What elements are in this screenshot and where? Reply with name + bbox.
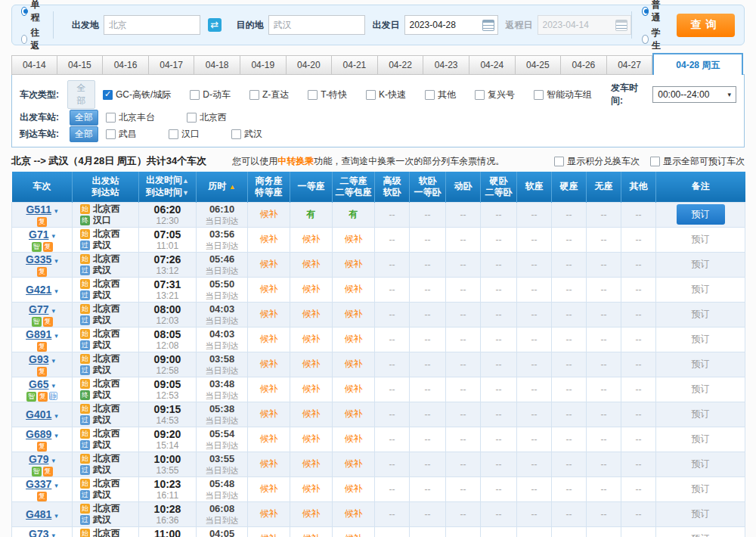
seat-status[interactable]: 候补 bbox=[260, 458, 278, 469]
seat-status[interactable]: 候补 bbox=[302, 359, 321, 369]
seat-status[interactable]: 候补 bbox=[260, 359, 278, 369]
train-number-link[interactable]: G401 bbox=[26, 408, 51, 421]
filter-checkbox-北京西[interactable]: 北京西 bbox=[187, 111, 227, 124]
seat-status[interactable]: 候补 bbox=[302, 309, 321, 319]
seat-status[interactable]: 候补 bbox=[345, 234, 363, 244]
seat-status[interactable]: 候补 bbox=[345, 533, 363, 537]
expand-train-icon[interactable]: ▾ bbox=[54, 432, 58, 439]
seat-status[interactable]: 候补 bbox=[345, 483, 363, 494]
filter-checkbox-D-动车[interactable]: D-动车 bbox=[190, 88, 231, 101]
filter-checkbox-汉口[interactable]: 汉口 bbox=[169, 128, 200, 141]
date-tab-04-23[interactable]: 04-23 bbox=[423, 55, 469, 75]
date-tab-04-20[interactable]: 04-20 bbox=[287, 55, 333, 75]
seat-status[interactable]: 候补 bbox=[302, 433, 321, 444]
train-number-link[interactable]: G337 bbox=[26, 478, 51, 490]
arrive-station-all-button[interactable]: 全部 bbox=[70, 126, 98, 142]
train-number-link[interactable]: G481 bbox=[26, 508, 51, 520]
filter-checkbox-GC-高铁/城际[interactable]: GC-高铁/城际 bbox=[103, 88, 171, 101]
expand-train-icon[interactable]: ▾ bbox=[54, 512, 58, 520]
from-input[interactable] bbox=[104, 15, 200, 35]
date-tab-04-21[interactable]: 04-21 bbox=[332, 55, 378, 75]
expand-train-icon[interactable]: ▾ bbox=[51, 532, 55, 537]
seat-status[interactable]: 候补 bbox=[260, 483, 278, 494]
expand-train-icon[interactable]: ▾ bbox=[54, 482, 58, 489]
filter-checkbox-其他[interactable]: 其他 bbox=[425, 88, 456, 101]
seat-status[interactable]: 候补 bbox=[345, 259, 363, 269]
seat-status[interactable]: 候补 bbox=[302, 259, 321, 269]
date-tab-04-14[interactable]: 04-14 bbox=[11, 55, 57, 75]
filter-checkbox-T-特快[interactable]: T-特快 bbox=[308, 88, 347, 101]
round-trip-radio[interactable]: 往返 bbox=[21, 26, 42, 52]
date-tab-04-25[interactable]: 04-25 bbox=[516, 55, 562, 75]
student-passenger-radio[interactable]: 学生 bbox=[642, 26, 663, 52]
train-number-link[interactable]: G511 bbox=[26, 203, 51, 216]
seat-status[interactable]: 候补 bbox=[302, 483, 321, 494]
expand-train-icon[interactable]: ▾ bbox=[54, 412, 58, 420]
train-number-link[interactable]: G689 bbox=[26, 428, 51, 440]
seat-status[interactable]: 候补 bbox=[260, 209, 278, 219]
train-number-link[interactable]: G79 bbox=[29, 453, 48, 465]
seat-status[interactable]: 候补 bbox=[345, 359, 363, 369]
expand-train-icon[interactable]: ▾ bbox=[54, 257, 58, 265]
seat-status[interactable]: 候补 bbox=[345, 334, 363, 344]
expand-train-icon[interactable]: ▾ bbox=[51, 457, 55, 464]
depart-time-select[interactable]: 00:00--24:00 ▾ bbox=[652, 86, 736, 103]
date-tab-04-19[interactable]: 04-19 bbox=[240, 55, 287, 75]
seat-status[interactable]: 候补 bbox=[302, 533, 321, 537]
seat-status[interactable]: 候补 bbox=[260, 334, 278, 344]
query-button[interactable]: 查询 bbox=[677, 14, 735, 37]
filter-checkbox-北京丰台[interactable]: 北京丰台 bbox=[106, 111, 155, 124]
show-points-trains-checkbox[interactable]: 显示积分兑换车次 bbox=[554, 155, 640, 168]
column-header-历时[interactable]: 历时 ▲ bbox=[197, 172, 248, 202]
date-tab-04-24[interactable]: 04-24 bbox=[469, 55, 516, 75]
date-tab-04-18[interactable]: 04-18 bbox=[194, 55, 240, 75]
depart-station-all-button[interactable]: 全部 bbox=[70, 110, 98, 126]
train-number-link[interactable]: G335 bbox=[26, 253, 51, 265]
calendar-icon[interactable] bbox=[482, 20, 494, 31]
filter-checkbox-复兴号[interactable]: 复兴号 bbox=[475, 88, 515, 101]
seat-status[interactable]: 候补 bbox=[345, 284, 363, 294]
column-header-出发时间[interactable]: 出发时间▲到达时间▼ bbox=[139, 172, 197, 202]
filter-checkbox-智能动车组[interactable]: 智能动车组 bbox=[534, 88, 592, 101]
expand-train-icon[interactable]: ▾ bbox=[54, 287, 58, 295]
expand-train-icon[interactable]: ▾ bbox=[51, 232, 55, 240]
expand-train-icon[interactable]: ▾ bbox=[51, 357, 55, 365]
book-button[interactable]: 预订 bbox=[677, 204, 725, 225]
seat-status[interactable]: 候补 bbox=[260, 234, 278, 244]
train-number-link[interactable]: G77 bbox=[29, 303, 48, 315]
seat-status[interactable]: 候补 bbox=[302, 234, 321, 244]
train-number-link[interactable]: G421 bbox=[26, 284, 51, 296]
seat-status[interactable]: 候补 bbox=[260, 433, 278, 444]
expand-train-icon[interactable]: ▾ bbox=[51, 382, 55, 390]
seat-status[interactable]: 候补 bbox=[345, 383, 363, 394]
seat-status[interactable]: 候补 bbox=[302, 508, 321, 519]
date-tab-04-16[interactable]: 04-16 bbox=[103, 55, 149, 75]
filter-checkbox-武昌[interactable]: 武昌 bbox=[106, 128, 137, 141]
to-input[interactable] bbox=[268, 15, 365, 35]
filter-checkbox-武汉[interactable]: 武汉 bbox=[231, 128, 262, 141]
one-way-radio[interactable]: 单程 bbox=[21, 0, 42, 24]
transfer-link[interactable]: 中转换乘 bbox=[277, 156, 314, 166]
seat-status[interactable]: 候补 bbox=[302, 408, 321, 419]
seat-status[interactable]: 候补 bbox=[260, 259, 278, 269]
seat-status[interactable]: 候补 bbox=[260, 284, 278, 294]
seat-status[interactable]: 候补 bbox=[345, 309, 363, 319]
date-tab-04-27[interactable]: 04-27 bbox=[607, 55, 653, 75]
seat-status[interactable]: 候补 bbox=[345, 508, 363, 519]
train-number-link[interactable]: G73 bbox=[29, 528, 48, 537]
seat-status[interactable]: 候补 bbox=[260, 533, 278, 537]
date-tab-04-26[interactable]: 04-26 bbox=[561, 55, 607, 75]
seat-status[interactable]: 候补 bbox=[260, 383, 278, 394]
date-tab-04-22[interactable]: 04-22 bbox=[378, 55, 424, 75]
expand-train-icon[interactable]: ▾ bbox=[54, 332, 58, 340]
train-number-link[interactable]: G65 bbox=[29, 378, 48, 390]
seat-status[interactable]: 候补 bbox=[260, 508, 278, 519]
seat-status[interactable]: 候补 bbox=[302, 284, 321, 294]
date-tab-04-28[interactable]: 04-28 周五 bbox=[652, 53, 743, 75]
date-tab-04-17[interactable]: 04-17 bbox=[149, 55, 195, 75]
seat-status[interactable]: 候补 bbox=[260, 408, 278, 419]
seat-status[interactable]: 候补 bbox=[302, 334, 321, 344]
expand-train-icon[interactable]: ▾ bbox=[51, 307, 55, 315]
seat-status[interactable]: 候补 bbox=[302, 383, 321, 394]
seat-status[interactable]: 候补 bbox=[345, 433, 363, 444]
